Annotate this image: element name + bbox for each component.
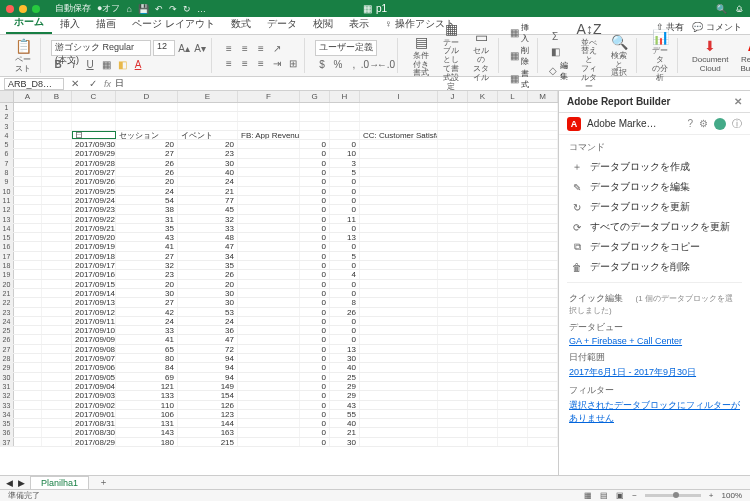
cell[interactable] bbox=[238, 419, 300, 427]
refresh-datablock-button[interactable]: ↻データブロックを更新 bbox=[559, 197, 750, 217]
cell[interactable] bbox=[528, 103, 558, 111]
data-view-link[interactable]: GA + Firebase + Call Center bbox=[559, 335, 750, 347]
cell[interactable] bbox=[528, 224, 558, 232]
notification-icon[interactable]: 🕭 bbox=[735, 4, 744, 14]
cell[interactable] bbox=[438, 317, 468, 325]
cell[interactable] bbox=[468, 326, 498, 334]
cell[interactable] bbox=[438, 168, 468, 176]
row-header[interactable]: 34 bbox=[0, 410, 14, 418]
cell[interactable] bbox=[438, 140, 468, 148]
cell[interactable]: 0 bbox=[300, 252, 330, 260]
cell[interactable]: 131 bbox=[116, 419, 178, 427]
cell[interactable] bbox=[360, 280, 438, 288]
cell[interactable] bbox=[498, 419, 528, 427]
cell[interactable] bbox=[528, 373, 558, 381]
cell[interactable] bbox=[468, 373, 498, 381]
conditional-format-button[interactable]: ▤条件付き 書式 bbox=[408, 31, 434, 80]
cell[interactable]: 0 bbox=[300, 215, 330, 223]
paste-button[interactable]: 📋 ペースト bbox=[10, 35, 36, 76]
row-header[interactable]: 7 bbox=[0, 159, 14, 167]
cell[interactable] bbox=[498, 326, 528, 334]
clear-icon[interactable]: ◇ bbox=[548, 64, 558, 78]
cell[interactable]: 27 bbox=[116, 298, 178, 306]
cell[interactable] bbox=[468, 438, 498, 446]
cell[interactable] bbox=[438, 159, 468, 167]
cell[interactable] bbox=[438, 401, 468, 409]
cell[interactable] bbox=[528, 401, 558, 409]
cell[interactable] bbox=[528, 298, 558, 306]
cell[interactable] bbox=[468, 196, 498, 204]
cell[interactable] bbox=[42, 215, 72, 223]
cell[interactable]: 47 bbox=[178, 335, 238, 343]
cell[interactable] bbox=[238, 187, 300, 195]
cell[interactable] bbox=[438, 122, 468, 130]
cell[interactable] bbox=[360, 298, 438, 306]
cell[interactable] bbox=[468, 224, 498, 232]
cell[interactable] bbox=[300, 112, 330, 120]
cell[interactable] bbox=[42, 326, 72, 334]
cell[interactable]: 0 bbox=[300, 168, 330, 176]
cell[interactable] bbox=[360, 168, 438, 176]
name-box[interactable]: ARB_D8… bbox=[4, 78, 64, 90]
cell[interactable] bbox=[468, 289, 498, 297]
row-header[interactable]: 15 bbox=[0, 233, 14, 241]
cell[interactable]: 13 bbox=[330, 233, 360, 241]
cell[interactable] bbox=[528, 410, 558, 418]
cell[interactable] bbox=[498, 224, 528, 232]
cell[interactable] bbox=[438, 149, 468, 157]
cell[interactable] bbox=[438, 326, 468, 334]
cell[interactable] bbox=[498, 354, 528, 362]
cell[interactable] bbox=[42, 401, 72, 409]
cell[interactable] bbox=[468, 252, 498, 260]
cell[interactable] bbox=[528, 140, 558, 148]
cell[interactable] bbox=[330, 122, 360, 130]
cell[interactable] bbox=[438, 215, 468, 223]
col-header[interactable]: A bbox=[14, 91, 42, 102]
cell[interactable] bbox=[330, 103, 360, 111]
cell[interactable] bbox=[238, 177, 300, 185]
cell[interactable] bbox=[498, 112, 528, 120]
formula-value[interactable]: 日 bbox=[115, 77, 124, 90]
cell[interactable] bbox=[238, 289, 300, 297]
cell[interactable]: 84 bbox=[116, 363, 178, 371]
cell[interactable] bbox=[14, 308, 42, 316]
cell[interactable]: 0 bbox=[300, 140, 330, 148]
cell[interactable] bbox=[528, 270, 558, 278]
cell[interactable]: 30 bbox=[178, 298, 238, 306]
info-icon[interactable]: ⓘ bbox=[732, 117, 742, 131]
cell[interactable] bbox=[238, 205, 300, 213]
cell[interactable] bbox=[14, 196, 42, 204]
row-header[interactable]: 33 bbox=[0, 401, 14, 409]
cell[interactable] bbox=[528, 205, 558, 213]
font-color-icon[interactable]: A bbox=[131, 57, 145, 71]
cell[interactable]: 0 bbox=[300, 298, 330, 306]
cell[interactable] bbox=[42, 103, 72, 111]
cell[interactable]: 94 bbox=[178, 373, 238, 381]
cell[interactable]: 38 bbox=[116, 205, 178, 213]
percent-icon[interactable]: % bbox=[331, 57, 345, 71]
cell[interactable] bbox=[360, 317, 438, 325]
cell[interactable] bbox=[42, 317, 72, 325]
cell[interactable] bbox=[528, 196, 558, 204]
col-header[interactable]: J bbox=[438, 91, 468, 102]
cell[interactable] bbox=[438, 289, 468, 297]
row-header[interactable]: 9 bbox=[0, 177, 14, 185]
cell[interactable] bbox=[438, 354, 468, 362]
cell[interactable] bbox=[438, 391, 468, 399]
insert-cells-button[interactable]: 挿入 bbox=[521, 22, 533, 44]
cell[interactable]: 35 bbox=[178, 261, 238, 269]
minimize-window-icon[interactable] bbox=[19, 5, 27, 13]
col-header[interactable]: G bbox=[300, 91, 330, 102]
cell[interactable] bbox=[498, 196, 528, 204]
cell[interactable]: 30 bbox=[116, 289, 178, 297]
bold-icon[interactable]: B bbox=[51, 57, 65, 71]
cell[interactable] bbox=[238, 261, 300, 269]
cell[interactable]: 0 bbox=[300, 363, 330, 371]
cell[interactable] bbox=[42, 242, 72, 250]
cell[interactable]: 2017/09/20 bbox=[72, 233, 116, 241]
cell[interactable]: 0 bbox=[300, 159, 330, 167]
cell[interactable]: 23 bbox=[116, 270, 178, 278]
cell[interactable] bbox=[360, 177, 438, 185]
delete-datablock-button[interactable]: 🗑データブロックを削除 bbox=[559, 257, 750, 277]
cell[interactable] bbox=[330, 131, 360, 139]
